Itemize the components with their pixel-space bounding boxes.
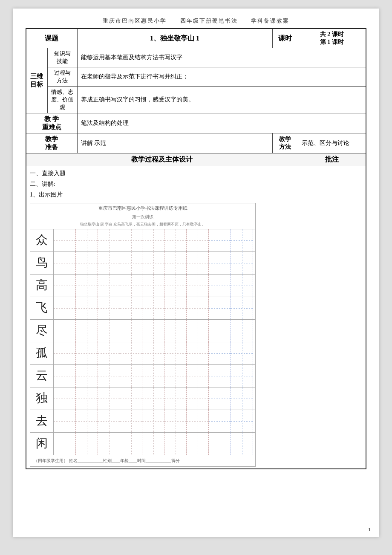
practice-box xyxy=(187,320,209,342)
ketai-row: 课题 1、独坐敬亭山 1 课时 共 2 课时 第 1 课时 xyxy=(26,29,366,48)
char-boxes xyxy=(54,320,255,342)
practice-box xyxy=(209,387,231,410)
practice-box xyxy=(98,433,120,455)
process-header: 教学过程及主体设计 xyxy=(26,153,298,166)
practice-box xyxy=(120,387,142,410)
practice-box xyxy=(76,433,98,455)
char-row: 飞 xyxy=(30,297,255,319)
char-boxes xyxy=(54,365,255,387)
practice-box xyxy=(209,410,231,432)
practice-box xyxy=(76,275,98,297)
qinggan-content: 养成正确书写汉字的习惯，感受汉字的美。 xyxy=(77,87,366,113)
keshi-label: 课时 xyxy=(272,29,298,48)
process-content: 一、直接入题 二、讲解: 1、出示图片 重庆市巴南区惠民小学书法课程训练专用纸 … xyxy=(26,166,298,469)
practice-box xyxy=(54,229,76,251)
notes-header: 批注 xyxy=(298,153,366,166)
char-model: 闲 xyxy=(30,433,54,455)
char-boxes xyxy=(54,433,255,455)
char-model: 独 xyxy=(30,387,54,410)
practice-box xyxy=(142,297,164,319)
ketai-label: 课题 xyxy=(26,29,77,48)
practice-box xyxy=(209,433,231,455)
practice-box xyxy=(187,342,209,364)
practice-box xyxy=(142,342,164,364)
practice-box xyxy=(54,275,76,297)
practice-box xyxy=(164,410,187,432)
practice-box xyxy=(76,320,98,342)
practice-box xyxy=(231,320,253,342)
char-row: 高 xyxy=(30,274,255,297)
char-model: 飞 xyxy=(30,297,54,319)
fangfa-label: 教学方法 xyxy=(272,133,298,153)
char-row: 去 xyxy=(30,410,255,432)
practice-box xyxy=(231,433,253,455)
char-boxes xyxy=(54,229,255,251)
sanwei-label: 三维目标 xyxy=(26,48,47,113)
practice-box xyxy=(231,252,253,274)
practice-box xyxy=(120,433,142,455)
practice-box xyxy=(164,229,187,251)
practice-box xyxy=(98,410,120,432)
main-table: 课题 1、独坐敬亭山 1 课时 共 2 课时 第 1 课时 三维目标 知识与技能… xyxy=(26,28,366,469)
guocheng-label: 过程与方法 xyxy=(47,67,77,87)
paper-subtitle: 第一次训练 xyxy=(30,213,255,221)
process-header-row: 教学过程及主体设计 批注 xyxy=(26,153,366,166)
zhunbei-content: 讲解 示范 xyxy=(77,133,272,153)
intro-line-1: 一、直接入题 xyxy=(30,168,294,179)
sanwei-qinggan-row: 情感、态度、价值观 养成正确书写汉字的习惯，感受汉字的美。 xyxy=(26,87,366,113)
practice-box xyxy=(54,320,76,342)
paper-header: 重庆市巴南区惠民小学书法课程训练专用纸 xyxy=(30,203,255,214)
practice-box xyxy=(164,320,187,342)
char-rows-container: 众鸟高飞尽孤云独去闲 xyxy=(30,229,255,455)
char-row: 孤 xyxy=(30,342,255,364)
practice-box xyxy=(142,320,164,342)
ketai-value: 1、独坐敬亭山 1 xyxy=(77,29,272,48)
char-boxes xyxy=(54,342,255,364)
sanwei-guocheng-row: 过程与方法 在老师的指导及示范下进行书写并纠正； xyxy=(26,67,366,87)
practice-box xyxy=(187,365,209,387)
practice-box xyxy=(209,342,231,364)
practice-box xyxy=(98,320,120,342)
practice-box xyxy=(187,275,209,297)
practice-box xyxy=(209,297,231,319)
practice-box xyxy=(120,320,142,342)
practice-box xyxy=(164,275,187,297)
practice-box xyxy=(76,342,98,364)
practice-box xyxy=(142,387,164,410)
page-number: 1 xyxy=(368,526,371,533)
practice-footer: （四年级学生用） 姓名____________性别____年龄____时间___… xyxy=(30,455,255,466)
zhongdian-content: 笔法及结构的处理 xyxy=(77,113,366,133)
practice-box xyxy=(76,297,98,319)
practice-box xyxy=(98,275,120,297)
practice-box xyxy=(187,252,209,274)
paper-poem: 独坐敬亭山 唐 李白 众鸟高飞尽，孤云独去闲，相看两不厌，只有敬亭山。 xyxy=(30,221,255,228)
practice-box xyxy=(164,433,187,455)
practice-box xyxy=(164,252,187,274)
practice-box xyxy=(231,410,253,432)
zhishi-label: 知识与技能 xyxy=(47,48,77,67)
practice-box xyxy=(231,275,253,297)
practice-box xyxy=(187,297,209,319)
practice-box xyxy=(209,365,231,387)
char-row: 尽 xyxy=(30,319,255,342)
process-content-row: 一、直接入题 二、讲解: 1、出示图片 重庆市巴南区惠民小学书法课程训练专用纸 … xyxy=(26,166,366,469)
char-model: 云 xyxy=(30,365,54,387)
practice-box xyxy=(209,320,231,342)
practice-box xyxy=(54,252,76,274)
practice-box xyxy=(120,229,142,251)
practice-box xyxy=(187,229,209,251)
practice-box xyxy=(209,252,231,274)
char-boxes xyxy=(54,387,255,410)
practice-box xyxy=(209,275,231,297)
practice-box xyxy=(142,229,164,251)
page: 重庆市巴南区惠民小学 四年级下册硬笔书法 学科备课教案 课题 1、独坐敬亭山 1… xyxy=(13,9,379,537)
zhunbei-label: 教学准备 xyxy=(26,133,77,153)
practice-box xyxy=(231,297,253,319)
practice-box xyxy=(76,252,98,274)
practice-box xyxy=(98,342,120,364)
practice-box xyxy=(98,365,120,387)
intro-line-2: 二、讲解: xyxy=(30,179,294,189)
school-name: 重庆市巴南区惠民小学 xyxy=(103,17,167,24)
char-model: 去 xyxy=(30,410,54,432)
char-model: 尽 xyxy=(30,320,54,342)
